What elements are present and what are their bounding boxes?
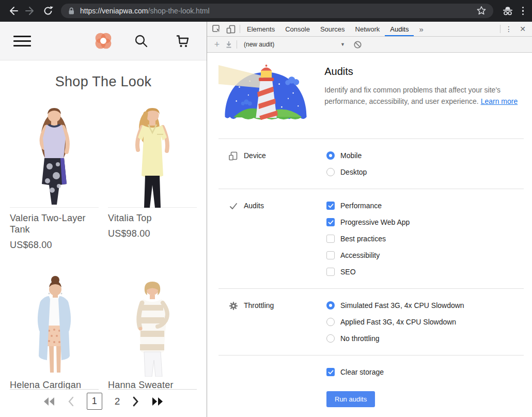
clear-audits-button[interactable] [353, 40, 362, 49]
radio-on-icon[interactable] [326, 301, 335, 310]
checkbox-label: Performance [340, 202, 382, 210]
audit-options: Performance Progressive Web App Best pra… [326, 202, 410, 276]
checkbox-seo[interactable]: SEO [326, 268, 410, 276]
first-page-icon[interactable] [43, 397, 55, 406]
previous-page-icon[interactable] [68, 396, 74, 407]
radio-applied-fast-3g[interactable]: Applied Fast 3G, 4x CPU Slowdown [326, 318, 464, 326]
section-throttling: Throttling Simulated Fast 3G, 4x CPU Slo… [218, 289, 524, 356]
reload-button[interactable] [39, 2, 57, 20]
more-tabs-icon[interactable]: » [414, 25, 428, 34]
page-number-2[interactable]: 2 [115, 396, 120, 407]
checkbox-progressive-web-app[interactable]: Progressive Web App [326, 218, 410, 226]
hamburger-menu-icon[interactable] [13, 36, 31, 47]
section-audits: Audits Performance Progressive Web App B… [218, 189, 524, 289]
incognito-icon [502, 5, 514, 17]
radio-off-icon[interactable] [326, 334, 335, 343]
radio-on-icon[interactable] [326, 151, 335, 160]
devtools-close-icon[interactable]: ✕ [515, 25, 530, 33]
forward-icon [24, 5, 37, 17]
checkbox-off-icon[interactable] [326, 251, 335, 259]
product-card[interactable]: Hanna Sweater [108, 273, 197, 390]
audits-label-text: Audits [244, 202, 264, 210]
devtools-panel: Elements Console Sources Network Audits … [207, 22, 532, 417]
bookmark-star-icon[interactable] [476, 5, 487, 17]
audits-description-text: Identify and fix common problems that af… [324, 86, 500, 105]
tab-elements[interactable]: Elements [242, 22, 280, 36]
toolbar-separator [500, 25, 500, 33]
address-bar[interactable]: https://veniapwa.com/shop-the-look.html [61, 4, 493, 18]
cart-icon[interactable] [175, 34, 190, 48]
audits-title: Audits [324, 66, 524, 78]
audit-select-dropdown[interactable]: (new audit) ▼ [244, 41, 345, 48]
download-report-button[interactable] [223, 40, 235, 49]
audits-panel-content: Audits Identify and fix common problems … [207, 53, 532, 417]
radio-off-icon[interactable] [326, 168, 335, 176]
audits-hero-text: Audits Identify and fix common problems … [324, 60, 524, 128]
next-page-icon[interactable] [132, 396, 139, 407]
checkbox-clear-storage[interactable]: Clear storage [326, 368, 384, 376]
radio-mobile[interactable]: Mobile [326, 151, 367, 160]
radio-desktop[interactable]: Desktop [326, 168, 367, 176]
tab-audits[interactable]: Audits [385, 22, 414, 36]
device-toolbar-icon [226, 24, 236, 34]
browser-bar-right [497, 5, 528, 17]
radio-label: No throttling [340, 334, 379, 343]
device-section-label: Device [218, 151, 326, 176]
run-audits-button[interactable]: Run audits [326, 391, 375, 407]
inspect-element-button[interactable] [209, 22, 224, 36]
checkbox-label: Progressive Web App [340, 218, 410, 226]
lighthouse-illustration [218, 60, 313, 128]
forward-button[interactable] [22, 2, 39, 20]
product-name: Vitalia Top [108, 212, 197, 224]
reload-icon [42, 5, 54, 17]
last-page-icon[interactable] [151, 397, 163, 406]
new-audit-icon[interactable]: + [211, 39, 223, 50]
product-image-helena [10, 273, 99, 377]
url-path: /shop-the-look.html [148, 7, 210, 15]
inspect-cursor-icon [212, 24, 221, 34]
search-icon[interactable] [133, 33, 149, 49]
product-name-clipped: Hanna Sweater [108, 379, 197, 390]
page-number-current[interactable]: 1 [87, 393, 102, 410]
device-options: Mobile Desktop [326, 151, 367, 176]
tab-console[interactable]: Console [280, 22, 315, 36]
checkbox-accessibility[interactable]: Accessibility [326, 251, 410, 259]
checkbox-best-practices[interactable]: Best practices [326, 235, 410, 243]
lock-icon [67, 7, 75, 15]
devtools-tabbar-right: ⋮ ✕ [498, 22, 530, 36]
device-icon [229, 151, 238, 161]
product-grid: Valeria Two-Layer Tank US$68.00 [0, 98, 207, 390]
throttling-options: Simulated Fast 3G, 4x CPU Slowdown Appli… [326, 301, 464, 343]
checkbox-label: SEO [340, 268, 356, 276]
toolbar-separator [240, 25, 240, 33]
product-price: US$68.00 [10, 240, 99, 251]
venia-logo-icon[interactable] [94, 32, 113, 50]
product-name: Valeria Two-Layer Tank [10, 212, 99, 235]
checkbox-on-icon[interactable] [326, 218, 335, 226]
tab-network[interactable]: Network [350, 22, 385, 36]
back-button[interactable] [4, 2, 22, 20]
device-toolbar-button[interactable] [224, 22, 238, 36]
browser-menu-button[interactable] [522, 7, 524, 16]
radio-no-throttling[interactable]: No throttling [326, 334, 464, 343]
run-controls: Clear storage Run audits [326, 368, 384, 407]
main-split: Shop The Look [0, 22, 532, 417]
learn-more-link[interactable]: Learn more [481, 97, 518, 105]
checkbox-label: Best practices [340, 235, 386, 243]
radio-off-icon[interactable] [326, 318, 335, 326]
section-run: Clear storage Run audits [218, 356, 524, 417]
checkbox-on-icon[interactable] [326, 368, 335, 376]
devtools-menu-icon[interactable]: ⋮ [502, 25, 515, 33]
tab-sources[interactable]: Sources [315, 22, 350, 36]
product-image-hanna [108, 273, 197, 377]
checkbox-label: Accessibility [340, 251, 380, 259]
radio-simulated-fast-3g[interactable]: Simulated Fast 3G, 4x CPU Slowdown [326, 301, 464, 310]
checkbox-performance[interactable]: Performance [326, 202, 410, 210]
checkbox-off-icon[interactable] [326, 235, 335, 243]
checkbox-on-icon[interactable] [326, 202, 335, 210]
product-card[interactable]: Helena Cardigan [10, 273, 99, 390]
product-card[interactable]: Valeria Two-Layer Tank US$68.00 [10, 98, 99, 251]
product-name: Hanna Sweater [108, 379, 197, 390]
checkbox-off-icon[interactable] [326, 268, 335, 276]
product-card[interactable]: Vitalia Top US$98.00 [108, 98, 197, 251]
